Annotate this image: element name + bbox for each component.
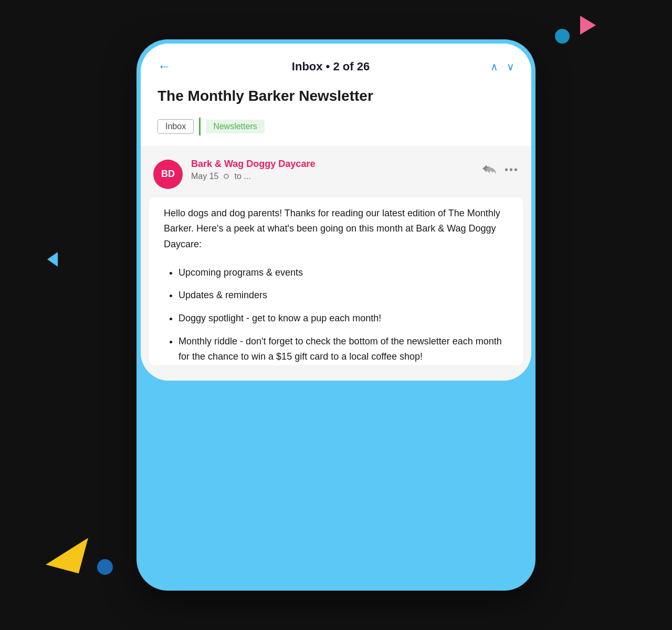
list-item: Doggy spotlight - get to know a pup each…	[178, 311, 508, 327]
tag-divider	[199, 118, 201, 135]
sender-avatar: BD	[153, 160, 183, 189]
sender-name: Bark & Wag Doggy Daycare	[191, 159, 481, 170]
back-button[interactable]: ←	[158, 58, 171, 75]
deco-circle-blue-top	[555, 29, 570, 44]
email-bullet-list: Upcoming programs & eventsUpdates & remi…	[164, 265, 508, 365]
inbox-tag[interactable]: Inbox	[158, 119, 194, 134]
deco-circle-blue-bottom	[97, 559, 113, 575]
email-body: BD Bark & Wag Doggy Daycare May 15 to ..…	[141, 146, 531, 381]
sender-to: to ...	[234, 172, 250, 181]
deco-triangle-left	[47, 252, 58, 267]
email-content: Hello dogs and dog parents! Thanks for r…	[149, 197, 523, 365]
sender-row: BD Bark & Wag Doggy Daycare May 15 to ..…	[141, 146, 531, 197]
phone-frame: ← Inbox • 2 of 26 ∧ ∨ The Monthly Barker…	[136, 39, 536, 591]
meta-dot	[224, 174, 229, 179]
deco-triangle-pink	[580, 16, 596, 35]
email-subject-area: The Monthly Barker Newsletter	[141, 83, 531, 113]
list-item: Upcoming programs & events	[178, 265, 508, 281]
nav-down-button[interactable]: ∨	[507, 60, 514, 73]
list-item: Updates & reminders	[178, 288, 508, 303]
header-title: Inbox • 2 of 26	[292, 60, 370, 74]
sender-date: May 15	[191, 172, 218, 181]
more-options-icon[interactable]: •••	[505, 164, 519, 176]
email-subject-title: The Monthly Barker Newsletter	[158, 87, 514, 105]
sender-meta: May 15 to ...	[191, 172, 481, 181]
header-nav: ∧ ∨	[490, 60, 514, 73]
list-item: Monthly riddle - don't forget to check t…	[178, 334, 508, 365]
reply-all-icon[interactable]	[481, 163, 496, 177]
sender-info: Bark & Wag Doggy Daycare May 15 to ...	[191, 159, 481, 181]
email-intro-text: Hello dogs and dog parents! Thanks for r…	[164, 206, 508, 253]
tags-row: Inbox Newsletters	[141, 113, 531, 146]
email-header: ← Inbox • 2 of 26 ∧ ∨	[141, 44, 531, 83]
phone-inner: ← Inbox • 2 of 26 ∧ ∨ The Monthly Barker…	[141, 44, 531, 381]
newsletters-tag[interactable]: Newsletters	[206, 120, 265, 133]
sender-actions: •••	[481, 163, 519, 177]
nav-up-button[interactable]: ∧	[490, 60, 498, 73]
